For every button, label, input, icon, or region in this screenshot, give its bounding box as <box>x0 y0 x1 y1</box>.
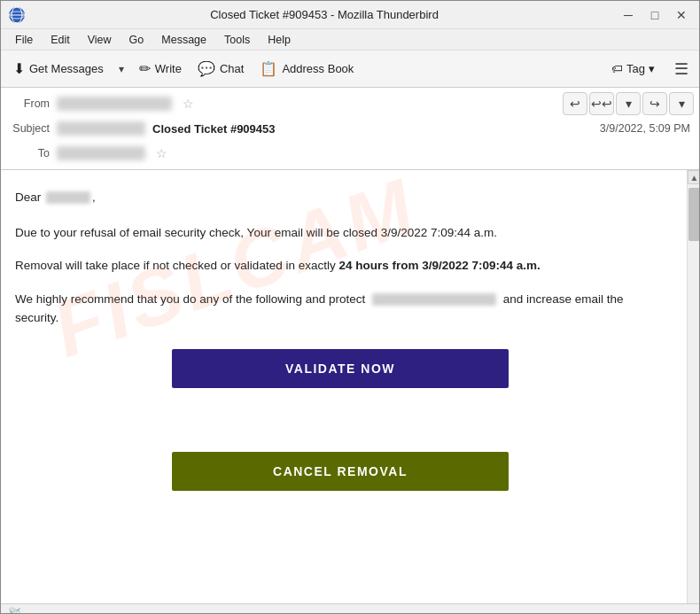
reply-button[interactable]: ↩ <box>563 92 587 115</box>
subject-value: Closed Ticket #909453 3/9/2022, 5:09 PM <box>57 121 694 136</box>
more-button[interactable]: ▾ <box>669 92 694 115</box>
para2-prefix: Removal will take place if not checked o… <box>15 259 338 272</box>
scroll-up-arrow[interactable]: ▲ <box>688 170 701 184</box>
address-book-label: Address Book <box>282 62 354 75</box>
menu-tools[interactable]: Tools <box>217 32 257 48</box>
to-star-icon[interactable]: ☆ <box>156 146 167 160</box>
write-button[interactable]: ✏ Write <box>132 54 189 84</box>
subject-row: Subject Closed Ticket #909453 3/9/2022, … <box>1 116 700 141</box>
validate-now-button[interactable]: VALIDATE NOW <box>172 349 509 388</box>
status-icon: 📡 <box>8 607 23 615</box>
get-messages-label: Get Messages <box>29 62 104 75</box>
tag-button[interactable]: 🏷 Tag ▾ <box>603 58 664 79</box>
window-controls: ─ □ ✕ <box>616 4 694 26</box>
dear-line: Dear , <box>15 188 665 207</box>
subject-blurred-prefix <box>57 121 145 136</box>
scroll-thumb[interactable] <box>688 188 701 241</box>
maximize-button[interactable]: □ <box>642 4 667 26</box>
email-date: 3/9/2022, 5:09 PM <box>600 122 694 135</box>
forward-button[interactable]: ↪ <box>642 92 667 115</box>
tag-label: Tag <box>626 62 645 75</box>
chat-icon: 💬 <box>198 60 215 77</box>
reply-all-button[interactable]: ↩↩ <box>589 92 614 115</box>
menu-file[interactable]: File <box>8 32 40 48</box>
menu-edit[interactable]: Edit <box>43 32 77 48</box>
window-title: Closed Ticket #909453 - Mozilla Thunderb… <box>33 8 616 21</box>
chat-label: Chat <box>220 62 244 75</box>
write-label: Write <box>155 62 182 75</box>
from-value: ☆ <box>57 97 563 111</box>
status-bar: 📡 <box>1 603 700 614</box>
scrollbar: ▲ <box>687 170 700 603</box>
subject-text: Closed Ticket #909453 <box>152 122 276 136</box>
cancel-removal-button[interactable]: CANCEL REMOVAL <box>172 452 509 491</box>
to-value: ☆ <box>57 146 694 160</box>
minimize-button[interactable]: ─ <box>616 4 641 26</box>
para3-blurred <box>372 293 496 306</box>
menu-bar: File Edit View Go Message Tools Help <box>1 29 700 51</box>
to-label: To <box>8 147 57 159</box>
content-area: Dear , Due to your refusal of email secu… <box>1 170 700 603</box>
app-icon <box>8 6 26 24</box>
tag-icon: 🏷 <box>611 62 623 75</box>
dear-name-blurred <box>46 191 90 204</box>
from-star-icon[interactable]: ☆ <box>183 97 194 111</box>
from-blurred <box>57 97 172 111</box>
to-blurred <box>57 146 145 160</box>
to-row: To ☆ <box>1 141 700 166</box>
email-headers: From ☆ ↩ ↩↩ ▾ ↪ ▾ Subject Closed Ticket … <box>1 88 700 170</box>
chat-button[interactable]: 💬 Chat <box>191 54 251 84</box>
dear-text: Dear <box>15 190 41 204</box>
para3: We highly recommend that you do any of t… <box>15 290 665 328</box>
email-body: Dear , Due to your refusal of email secu… <box>1 170 687 603</box>
title-bar: Closed Ticket #909453 - Mozilla Thunderb… <box>1 1 700 29</box>
get-messages-button[interactable]: ⬇ Get Messages <box>6 54 111 84</box>
close-button[interactable]: ✕ <box>669 4 694 26</box>
menu-help[interactable]: Help <box>261 32 298 48</box>
from-row: From ☆ ↩ ↩↩ ▾ ↪ ▾ <box>1 91 700 116</box>
prev-button[interactable]: ▾ <box>616 92 641 115</box>
para3-prefix: We highly recommend that you do any of t… <box>15 292 365 306</box>
para2-bold: 24 hours from 3/9/2022 7:09:44 a.m. <box>338 259 540 272</box>
hamburger-menu-button[interactable]: ☰ <box>667 54 696 84</box>
get-messages-dropdown[interactable]: ▾ <box>113 54 130 84</box>
tag-dropdown-icon: ▾ <box>649 62 655 75</box>
para2: Removal will take place if not checked o… <box>15 256 665 276</box>
menu-go[interactable]: Go <box>122 32 152 48</box>
para1: Due to your refusal of email security ch… <box>15 223 665 243</box>
address-book-button[interactable]: 📋 Address Book <box>253 54 361 84</box>
address-book-icon: 📋 <box>260 60 277 77</box>
subject-label: Subject <box>8 122 57 135</box>
get-messages-icon: ⬇ <box>13 60 25 77</box>
write-icon: ✏ <box>139 60 151 77</box>
hamburger-icon: ☰ <box>674 59 688 79</box>
menu-view[interactable]: View <box>81 32 119 48</box>
nav-buttons: ↩ ↩↩ ▾ ↪ ▾ <box>563 92 694 115</box>
from-label: From <box>8 97 57 110</box>
toolbar: ⬇ Get Messages ▾ ✏ Write 💬 Chat 📋 Addres… <box>1 51 700 88</box>
menu-message[interactable]: Message <box>154 32 214 48</box>
